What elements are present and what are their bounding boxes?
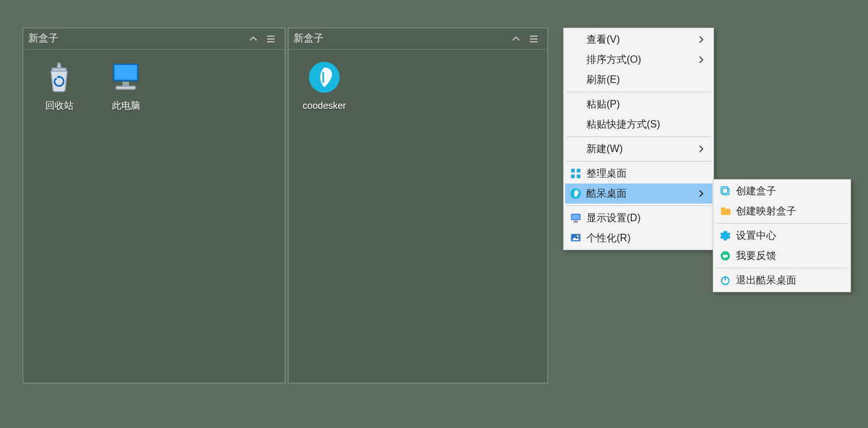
this-pc[interactable]: 此电脑 [92,60,159,112]
menu-icon[interactable] [262,30,280,48]
svg-rect-17 [577,175,581,178]
menu-label: 我要反馈 [736,250,840,263]
submenu-feedback[interactable]: 我要反馈 [715,246,849,266]
svg-rect-14 [571,169,575,173]
menu-label: 个性化(R) [586,232,695,245]
menu-refresh[interactable]: 刷新(E) [565,70,712,90]
coodesker-round-icon [565,187,586,200]
feedback-icon [715,250,736,261]
menu-label: 粘贴快捷方式(S) [586,118,695,131]
menu-label: 创建映射盒子 [736,205,840,218]
desktop-box-2: 新盒子 coodesker [288,28,548,383]
icon-label: coodesker [291,100,358,111]
menu-label: 排序方式(O) [586,53,695,67]
picture-icon [565,232,586,244]
submenu-create-mapping-box[interactable]: 创建映射盒子 [715,201,849,221]
menu-separator [716,268,848,268]
menu-sort[interactable]: 排序方式(O) [565,50,712,70]
recycle-bin-icon [41,60,77,95]
this-pc-icon [108,60,143,95]
menu-separator [716,223,848,224]
new-box-icon [715,185,736,197]
box-body[interactable]: coodesker [288,50,547,383]
menu-separator [566,136,711,137]
menu-coodesker[interactable]: 酷呆桌面 [565,184,712,204]
menu-label: 新建(W) [586,143,695,156]
menu-separator [566,206,711,206]
menu-separator [566,161,711,162]
folder-icon [715,206,736,217]
desktop-box-1: 新盒子 回收站 [23,28,285,383]
monitor-icon [565,212,586,224]
desktop-context-menu: 查看(V) 排序方式(O) 刷新(E) 粘贴(P) 粘贴快捷方式(S) 新建(W… [563,28,714,250]
menu-new[interactable]: 新建(W) [565,139,712,159]
box-header: 新盒子 [288,28,547,50]
svg-rect-21 [574,221,578,222]
menu-organize-desktop[interactable]: 整理桌面 [565,163,712,184]
svg-rect-16 [571,175,575,178]
svg-rect-8 [123,82,129,86]
submenu-arrow-icon [695,190,703,197]
menu-label: 酷呆桌面 [586,187,695,200]
icon-label: 回收站 [26,100,92,112]
submenu-create-box[interactable]: 创建盒子 [715,181,849,201]
svg-rect-9 [116,86,136,89]
coodesker-icon [307,60,342,95]
box-title: 新盒子 [294,32,507,45]
menu-label: 整理桌面 [586,167,695,180]
box-body[interactable]: 回收站 此电脑 [23,50,285,383]
menu-label: 退出酷呆桌面 [736,274,840,287]
menu-label: 刷新(E) [586,74,695,87]
menu-label: 创建盒子 [736,185,840,198]
svg-point-25 [577,235,579,237]
submenu-arrow-icon [695,36,703,43]
menu-view[interactable]: 查看(V) [565,30,712,50]
svg-rect-7 [115,65,137,80]
box-title: 新盒子 [28,32,244,45]
coodesker-app[interactable]: coodesker [291,60,358,111]
menu-label: 查看(V) [586,33,695,47]
menu-label: 粘贴(P) [586,98,695,111]
recycle-bin[interactable]: 回收站 [26,60,92,112]
submenu-exit[interactable]: 退出酷呆桌面 [715,270,849,290]
power-icon [715,275,736,286]
svg-rect-15 [577,169,581,173]
icon-label: 此电脑 [92,100,159,112]
menu-icon[interactable] [525,30,542,48]
menu-personalize[interactable]: 个性化(R) [565,228,712,248]
collapse-icon[interactable] [507,30,525,48]
svg-rect-22 [573,222,578,223]
svg-rect-20 [572,215,580,220]
gear-icon [715,230,736,241]
menu-paste-shortcut[interactable]: 粘贴快捷方式(S) [565,114,712,134]
menu-label: 显示设置(D) [586,212,695,225]
menu-separator [566,92,711,92]
grid-icon [565,168,586,179]
submenu-arrow-icon [695,145,703,153]
menu-paste[interactable]: 粘贴(P) [565,94,712,114]
box-header: 新盒子 [23,28,285,50]
submenu-settings[interactable]: 设置中心 [715,226,849,246]
submenu-arrow-icon [695,56,703,63]
coodesker-submenu: 创建盒子 创建映射盒子 设置中心 我要反馈 退出酷呆桌面 [713,179,851,292]
menu-display-settings[interactable]: 显示设置(D) [565,208,712,228]
menu-label: 设置中心 [736,229,840,243]
collapse-icon[interactable] [244,30,262,48]
